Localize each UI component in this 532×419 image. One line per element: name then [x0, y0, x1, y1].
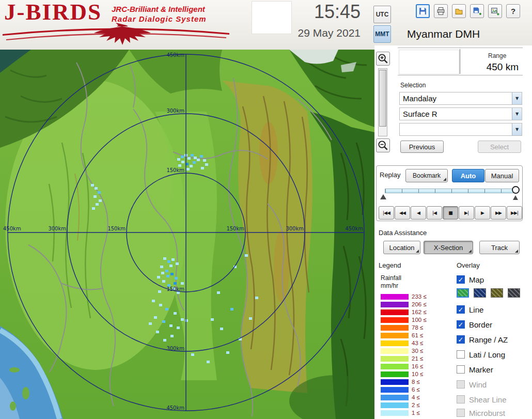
step-forward-button[interactable]: ▶| [459, 206, 474, 220]
range-label: 150km [107, 226, 126, 231]
lati-long-checkbox[interactable] [457, 350, 465, 359]
bookmark-button[interactable]: Bookmark [405, 169, 448, 182]
play-reverse-button[interactable]: ◀ [411, 206, 426, 220]
product-dropdown[interactable]: Surface R ▼ [399, 107, 522, 120]
chevron-down-icon[interactable]: ▼ [512, 92, 522, 104]
skip-to-start-button[interactable]: |◀◀ [379, 206, 394, 220]
help-icon: ? [511, 7, 515, 15]
legend-color-swatch [381, 402, 409, 408]
timeline-start-marker-icon[interactable] [380, 194, 386, 199]
print-button[interactable] [434, 4, 448, 18]
legend-value: 61 ≤ [412, 332, 423, 338]
legend-color-swatch [381, 317, 409, 323]
chevron-down-icon[interactable]: ▼ [512, 108, 522, 120]
legend-unit-line2: mm/hr [381, 282, 398, 289]
skip-to-end-button[interactable]: ▶▶| [507, 206, 522, 220]
legend-row: 8 ≤ [381, 379, 420, 385]
dropdown-corner-icon [416, 250, 419, 253]
select-button[interactable]: Select [478, 141, 521, 153]
legend-color-swatch [381, 387, 409, 393]
legend-row: 6 ≤ [381, 386, 420, 393]
range-label: 300km [166, 108, 184, 114]
map-color-swatch-green[interactable] [457, 288, 469, 298]
legend-color-swatch [381, 309, 409, 315]
extra-dropdown[interactable]: ▼ [399, 123, 522, 136]
replay-timeline-track[interactable] [385, 189, 518, 193]
legend-color-swatch [381, 379, 409, 385]
dropdown-corner-icon [515, 250, 518, 253]
overlay-label: Range / AZ [469, 335, 508, 344]
zoom-scrollbar-track[interactable] [378, 68, 387, 136]
fast-forward-button[interactable]: ▶▶ [491, 206, 506, 220]
location-button[interactable]: Location [383, 241, 420, 254]
legend-value: 8 ≤ [412, 379, 420, 385]
check-icon: ✓ [458, 306, 464, 313]
map-color-swatch-gray[interactable] [508, 288, 520, 298]
utc-toggle-button[interactable]: UTC [373, 6, 391, 23]
range-az-checkbox[interactable]: ✓ [457, 335, 465, 344]
overlay-row-map: ✓ Map [457, 275, 484, 284]
site-dropdown[interactable]: Mandalay ▼ [399, 92, 522, 105]
overlay-row-marker: Marker [457, 365, 493, 374]
radar-map-viewport[interactable]: 450km 300km 150km 150km 300km 450km 450k… [0, 50, 374, 419]
zoom-scrollbar-thumb[interactable] [379, 70, 386, 127]
legend-color-swatch [381, 395, 409, 400]
chevron-down-icon[interactable]: ▼ [512, 123, 522, 135]
auto-button[interactable]: Auto [452, 169, 484, 182]
stop-button[interactable]: ■ [443, 206, 458, 220]
overlay-label: Border [469, 320, 492, 329]
terrain-layer [0, 50, 374, 419]
range-label: 150km [226, 226, 244, 231]
save-as-button[interactable] [470, 4, 484, 18]
legend-value: 16 ≤ [412, 363, 423, 369]
overlay-row-lati-long: Lati / Long [457, 350, 505, 359]
zoom-in-button[interactable] [376, 52, 390, 66]
legend-row: 233 ≤ [381, 293, 427, 300]
border-checkbox[interactable]: ✓ [457, 320, 465, 329]
map-color-swatch-navy[interactable] [474, 288, 486, 298]
legend-row: 10 ≤ [381, 371, 423, 377]
open-folder-icon [455, 7, 463, 15]
legend-color-swatch [381, 371, 409, 377]
location-label: Location [389, 244, 414, 252]
step-back-button[interactable]: |◀ [427, 206, 442, 220]
mmt-toggle-button[interactable]: MMT [373, 25, 391, 43]
replay-group: Replay Bookmark Auto Manual |◀◀ ◀◀ ◀ |◀ … [376, 165, 523, 221]
fast-rewind-button[interactable]: ◀◀ [395, 206, 410, 220]
overlay-label: Shear Line [469, 395, 507, 404]
timeline-position-marker-icon[interactable] [513, 195, 518, 200]
overlay-label: Wind [469, 380, 487, 389]
marker-checkbox[interactable] [457, 365, 465, 374]
legend-row: 61 ≤ [381, 332, 423, 338]
range-value: 450 km [487, 61, 519, 73]
map-checkbox[interactable]: ✓ [457, 275, 465, 284]
help-button[interactable]: ? [506, 4, 520, 18]
range-label: 300km [48, 226, 66, 231]
overlay-row-line: ✓ Line [457, 305, 483, 314]
data-assistance-title: Data Assistance [379, 229, 427, 237]
app-tagline-1: JRC-Brilliant & Intelligent [112, 5, 205, 13]
line-checkbox[interactable]: ✓ [457, 305, 465, 314]
manual-button[interactable]: Manual [485, 169, 519, 182]
zoom-in-icon [378, 53, 388, 64]
wind-checkbox [457, 380, 465, 389]
station-title: Myanmar DMH [407, 28, 480, 40]
timeline-thumb[interactable] [512, 186, 520, 194]
legend-row: 100 ≤ [381, 317, 427, 323]
open-folder-button[interactable] [452, 4, 466, 18]
check-icon: ✓ [458, 321, 464, 328]
legend-value: 43 ≤ [412, 340, 423, 346]
range-label: 450km [166, 405, 184, 411]
play-button[interactable]: ▶ [475, 206, 490, 220]
save-as-icon [473, 7, 481, 15]
map-color-swatch-olive[interactable] [491, 288, 503, 298]
add-image-button[interactable] [488, 4, 502, 18]
legend-color-swatch [381, 410, 409, 416]
x-section-button[interactable]: X-Section [424, 241, 473, 254]
zoom-out-button[interactable] [376, 138, 390, 152]
dropdown-corner-icon [468, 250, 472, 253]
save-button[interactable] [416, 4, 430, 18]
overlay-label: Lati / Long [469, 350, 505, 359]
track-button[interactable]: Track [479, 241, 520, 254]
previous-button[interactable]: Previous [400, 141, 444, 153]
